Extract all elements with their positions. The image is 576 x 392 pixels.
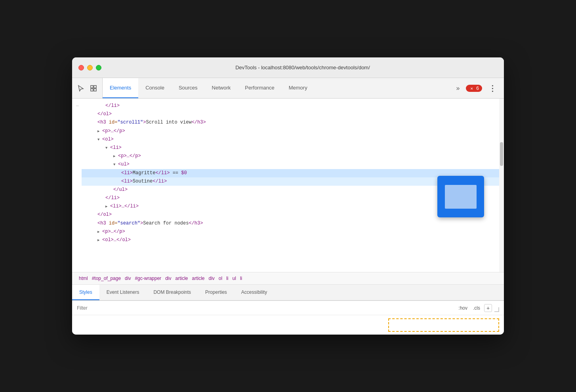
error-badge[interactable]: ✕ 6 xyxy=(466,85,482,92)
svg-text:✕: ✕ xyxy=(470,87,473,91)
minimize-button[interactable] xyxy=(87,65,93,70)
breadcrumb-div-3[interactable]: div xyxy=(207,276,217,281)
breadcrumb-li-1[interactable]: li xyxy=(224,276,230,281)
tab-sources[interactable]: Sources xyxy=(172,78,205,98)
dom-line: ▶<p>…</p> xyxy=(82,152,504,160)
tab-performance[interactable]: Performance xyxy=(238,78,281,98)
breadcrumb-ul[interactable]: ul xyxy=(231,276,238,281)
dom-line: <h3 id="scroll1">Scroll into view</h3> xyxy=(82,118,504,127)
tab-dom-breakpoints[interactable]: DOM Breakpoints xyxy=(146,285,198,300)
tab-accessibility[interactable]: Accessibility xyxy=(234,285,274,300)
more-options-button[interactable]: ⋮ xyxy=(486,82,499,95)
hov-button[interactable]: :hov xyxy=(457,304,469,312)
cls-button[interactable]: .cls xyxy=(471,304,482,312)
main-panel: … </li> </ol> <h3 id="scroll1">Scroll in… xyxy=(72,99,504,335)
dom-line: ▼<ul> xyxy=(82,160,504,169)
toolbar: Elements Console Sources Network Perform… xyxy=(72,78,504,99)
toolbar-right: » ✕ 6 ⋮ xyxy=(449,78,504,98)
more-tabs-button[interactable]: » xyxy=(454,83,462,93)
dom-line: ▶<p>…</p> xyxy=(82,228,504,236)
tab-properties[interactable]: Properties xyxy=(198,285,234,300)
inspect-icon[interactable] xyxy=(90,84,97,92)
scrollbar-thumb[interactable] xyxy=(500,142,503,166)
close-button[interactable] xyxy=(78,65,84,70)
breadcrumb-ol[interactable]: ol xyxy=(217,276,224,281)
dom-line: ▶<p>…</p> xyxy=(82,127,504,135)
breadcrumb-div-2[interactable]: div xyxy=(163,276,173,281)
svg-rect-0 xyxy=(91,86,93,88)
breadcrumb: html #top_of_page div #gc-wrapper div ar… xyxy=(72,272,504,285)
breadcrumb-html[interactable]: html xyxy=(77,276,90,281)
dom-viewer[interactable]: … </li> </ol> <h3 id="scroll1">Scroll in… xyxy=(72,99,504,272)
toolbar-icons xyxy=(72,78,103,98)
dom-line: ▶<ol>…</ol> xyxy=(82,236,504,244)
dom-line: <h3 id="search">Search for nodes</h3> xyxy=(82,219,504,228)
bottom-preview xyxy=(72,315,504,335)
lower-tabs: Styles Event Listeners DOM Breakpoints P… xyxy=(72,285,504,301)
resize-handle[interactable] xyxy=(494,307,499,312)
tab-elements[interactable]: Elements xyxy=(103,78,138,98)
element-preview xyxy=(437,176,484,217)
svg-rect-1 xyxy=(94,86,96,88)
dom-line: ▼<ol> xyxy=(82,135,504,144)
cursor-icon[interactable] xyxy=(77,84,85,92)
breadcrumb-div-1[interactable]: div xyxy=(123,276,133,281)
filter-buttons: :hov .cls + xyxy=(457,304,499,312)
tab-styles[interactable]: Styles xyxy=(72,285,99,300)
tab-console[interactable]: Console xyxy=(138,78,172,98)
breadcrumb-article-1[interactable]: article xyxy=(173,276,190,281)
svg-rect-2 xyxy=(91,89,93,91)
titlebar: DevTools - localhost:8080/web/tools/chro… xyxy=(72,57,504,78)
traffic-lights xyxy=(78,65,101,70)
dom-line: </li> xyxy=(82,102,504,110)
dom-line: ▼<li> xyxy=(82,144,504,152)
tab-event-listeners[interactable]: Event Listeners xyxy=(99,285,147,300)
devtools-window: DevTools - localhost:8080/web/tools/chro… xyxy=(72,57,504,335)
filter-input[interactable] xyxy=(77,305,454,311)
breadcrumb-gc-wrapper[interactable]: #gc-wrapper xyxy=(133,276,163,281)
scrollbar[interactable] xyxy=(499,99,504,272)
maximize-button[interactable] xyxy=(96,65,101,70)
add-style-rule-button[interactable]: + xyxy=(484,304,492,312)
dom-line: </ol> xyxy=(82,110,504,118)
element-highlight-preview xyxy=(388,318,499,332)
window-title: DevTools - localhost:8080/web/tools/chro… xyxy=(108,65,498,70)
breadcrumb-article-2[interactable]: article xyxy=(190,276,206,281)
element-preview-inner xyxy=(445,185,477,209)
tab-network[interactable]: Network xyxy=(205,78,238,98)
breadcrumb-li-2[interactable]: li xyxy=(238,276,244,281)
tabs: Elements Console Sources Network Perform… xyxy=(103,78,449,98)
tab-memory[interactable]: Memory xyxy=(282,78,315,98)
breadcrumb-top-of-page[interactable]: #top_of_page xyxy=(90,276,123,281)
svg-rect-3 xyxy=(94,89,96,91)
filter-bar: :hov .cls + xyxy=(72,301,504,315)
